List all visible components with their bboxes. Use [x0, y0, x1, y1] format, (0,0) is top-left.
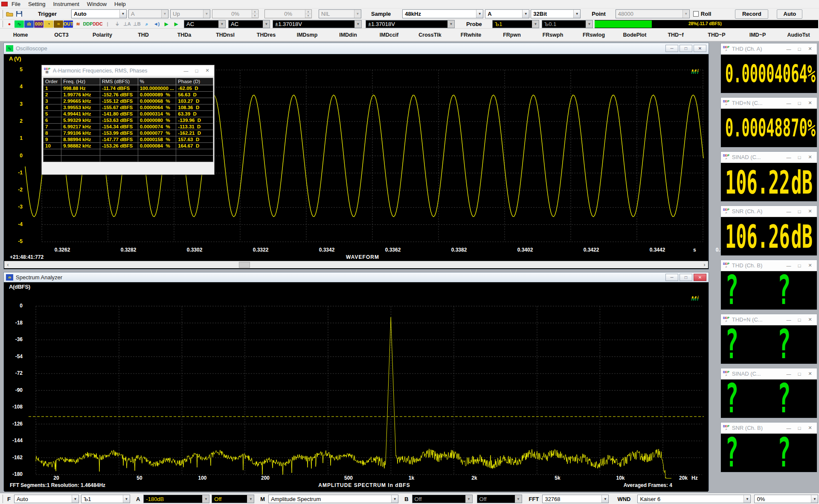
measurement-tab[interactable]: FRswph: [532, 29, 573, 41]
range-b-select[interactable]: Off▼: [412, 495, 473, 503]
measurement-tab[interactable]: IMDsmp: [287, 29, 328, 41]
table-row[interactable]: 109.98882 kHz-153.26 dBFS0.0000084 %164.…: [44, 143, 213, 149]
menu-item[interactable]: File: [8, 0, 24, 8]
probe-a-select[interactable]: Ъ1▼: [492, 20, 539, 28]
save-file-icon[interactable]: [15, 10, 24, 17]
measurement-tab[interactable]: THDres: [246, 29, 287, 41]
chevron-down-icon[interactable]: ▼: [601, 495, 608, 503]
measurement-tab[interactable]: THDnsl: [205, 29, 246, 41]
roll-checkbox[interactable]: [693, 11, 699, 17]
refresh-mode-select[interactable]: Auto▼: [14, 495, 79, 503]
horizontal-scrollbar[interactable]: ‹ ›: [4, 261, 708, 268]
table-column-header[interactable]: %: [138, 78, 176, 85]
table-row[interactable]: 21.99776 kHz-152.76 dBFS0.0000089 %56.63…: [44, 92, 213, 98]
ddp-viewer-icon[interactable]: DDP: [83, 20, 93, 28]
run-channel-a-icon[interactable]: ▶: [162, 20, 171, 28]
chevron-down-icon[interactable]: ▼: [522, 10, 529, 18]
record-icon[interactable]: ●: [5, 20, 14, 28]
record-button[interactable]: Record: [735, 9, 768, 19]
probe-b-select[interactable]: Ъ0.1▼: [542, 20, 593, 28]
chevron-down-icon[interactable]: ▼: [354, 20, 361, 28]
measurement-tab[interactable]: CrossTlk: [410, 29, 450, 41]
measurement-tab[interactable]: IMDccif: [369, 29, 410, 41]
chevron-down-icon[interactable]: ▼: [811, 495, 818, 503]
bit-depth-select[interactable]: 32Bit▼: [531, 9, 581, 18]
minimize-button[interactable]: ─: [665, 45, 678, 52]
table-row[interactable]: 65.99329 kHz-153.63 dBFS0.0000080 %-139.…: [44, 117, 213, 124]
sampling-rate-select[interactable]: 48kHz▼: [402, 9, 483, 18]
sampling-channel-select[interactable]: A▼: [485, 9, 529, 18]
chevron-down-icon[interactable]: ▼: [447, 20, 454, 28]
sound-output-icon[interactable]: ◄): [152, 20, 161, 28]
minimize-button[interactable]: —: [181, 67, 191, 74]
minimize-button[interactable]: ─: [665, 274, 678, 281]
oscilloscope-titlebar[interactable]: ∿ Oscilloscope ─ □ ✕: [4, 43, 709, 54]
coupling-b-select[interactable]: AC▼: [228, 20, 270, 28]
table-row[interactable]: 32.99665 kHz-155.12 dBFS0.0000068 %103.2…: [44, 98, 213, 104]
reference-a-select[interactable]: Off▼: [212, 495, 254, 503]
close-button[interactable]: ✕: [203, 67, 212, 74]
trigger-edge-select[interactable]: Up▼: [170, 9, 210, 18]
chevron-down-icon[interactable]: ▼: [119, 10, 126, 18]
measurement-tab[interactable]: Home: [0, 29, 41, 41]
maximize-button[interactable]: □: [680, 274, 692, 281]
chevron-down-icon[interactable]: ▼: [476, 10, 483, 18]
chevron-down-icon[interactable]: ▼: [573, 10, 580, 18]
fft-size-select[interactable]: 32768▼: [542, 495, 609, 503]
coupling-a-select[interactable]: AC▼: [184, 20, 226, 28]
window-function-select[interactable]: Kaiser 6▼: [637, 495, 751, 503]
measurement-tab[interactable]: THD~f: [655, 29, 696, 41]
table-column-header[interactable]: Phase (D): [176, 78, 213, 85]
table-row[interactable]: 87.99106 kHz-153.99 dBFS0.0000077 %-162.…: [44, 130, 213, 136]
chevron-down-icon[interactable]: ▼: [263, 20, 270, 28]
scroll-left-icon[interactable]: ‹: [4, 261, 12, 268]
trigger-mode-select[interactable]: Auto▼: [71, 9, 127, 18]
ddc-icon[interactable]: DDC: [93, 20, 102, 28]
measurement-tab[interactable]: FRswlog: [573, 29, 614, 41]
overlap-select[interactable]: 0%▼: [754, 495, 818, 503]
chevron-down-icon[interactable]: ▼: [202, 495, 209, 503]
scrollbar-thumb[interactable]: [239, 262, 250, 268]
table-row[interactable]: 54.99441 kHz-141.80 dBFS0.0000314 %63.39…: [44, 111, 213, 117]
chevron-down-icon[interactable]: ▼: [247, 495, 254, 503]
harmonics-dialog-titlebar[interactable]: DDP▦ A-Harmonic Frequencies, RMS, Phases…: [42, 65, 214, 76]
display-mode-select[interactable]: Amplitude Spectrum▼: [268, 495, 398, 503]
table-row[interactable]: [44, 149, 213, 156]
table-column-header[interactable]: Freq. (Hz): [61, 78, 100, 85]
auto-button[interactable]: Auto: [777, 9, 802, 19]
toolbar-separator[interactable]: |: [103, 20, 112, 28]
zero-channel-b-icon[interactable]: ⊥B: [132, 20, 142, 28]
menu-item[interactable]: Window: [83, 0, 110, 8]
measurement-tab[interactable]: Polarity: [82, 29, 123, 41]
range-a-select[interactable]: ±1.37018V▼: [273, 20, 362, 28]
spectrum-plot[interactable]: [4, 292, 708, 492]
measurement-tab[interactable]: THDa: [164, 29, 205, 41]
chevron-down-icon[interactable]: ▼: [72, 495, 78, 503]
chevron-down-icon[interactable]: ▼: [391, 495, 398, 503]
chevron-down-icon[interactable]: ▼: [743, 495, 750, 503]
trigger-source-select[interactable]: A▼: [128, 9, 168, 18]
table-column-header[interactable]: Order: [44, 78, 61, 85]
open-file-icon[interactable]: [5, 10, 14, 17]
chevron-down-icon[interactable]: ▼: [586, 20, 592, 28]
signal-generator-icon[interactable]: OUT: [64, 20, 73, 28]
probe-calibration-icon[interactable]: ⌕: [142, 20, 151, 28]
record-length-select[interactable]: 48000▼: [616, 9, 690, 18]
measurement-tab[interactable]: IMDdin: [328, 29, 369, 41]
measurement-tab[interactable]: OCT3: [41, 29, 82, 41]
maximize-button[interactable]: □: [192, 67, 201, 74]
multimeter-icon[interactable]: 000: [34, 20, 44, 28]
menu-item[interactable]: Help: [110, 0, 130, 8]
menu-item[interactable]: Instrument: [49, 0, 83, 8]
ground-icon[interactable]: ⏚: [113, 20, 122, 28]
range-b-select[interactable]: ±1.37018V▼: [366, 20, 455, 28]
close-button[interactable]: ✕: [694, 274, 706, 281]
spectrum-titlebar[interactable]: ılı Spectrum Analyzer ─ □ ✕: [4, 272, 709, 282]
chevron-down-icon[interactable]: ▼: [218, 20, 225, 28]
table-row[interactable]: 98.98994 kHz-147.77 dBFS0.0000158 %157.6…: [44, 136, 213, 143]
oscilloscope-icon[interactable]: ∿: [15, 20, 24, 28]
run-channel-b-icon[interactable]: ▶: [171, 20, 181, 28]
reference-b-select[interactable]: Off▼: [477, 495, 522, 503]
chevron-down-icon[interactable]: ▼: [123, 495, 130, 503]
table-row[interactable]: 43.99553 kHz-155.67 dBFS0.0000064 %108.3…: [44, 104, 213, 111]
